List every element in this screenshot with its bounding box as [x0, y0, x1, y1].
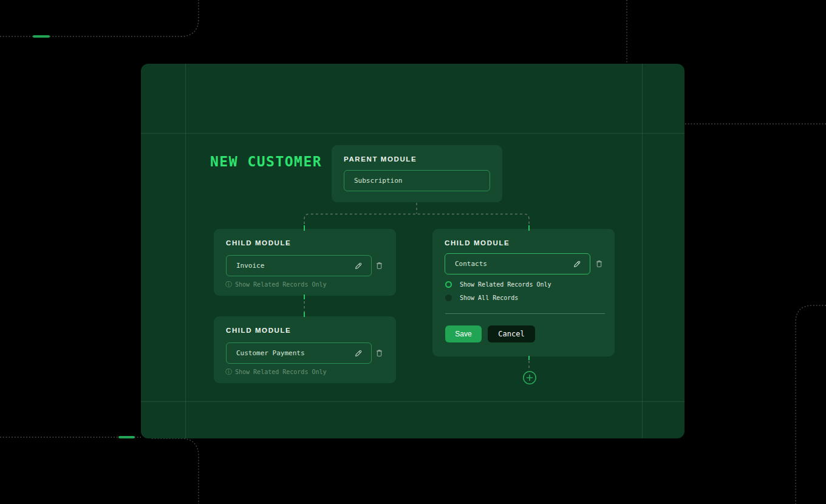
panel-grid-line	[141, 133, 684, 134]
editor-divider	[445, 313, 605, 314]
child-module-heading: CHILD MODULE	[226, 327, 291, 334]
child-module-heading: CHILD MODULE	[226, 239, 291, 247]
record-filter-note: ⓘ Show Related Records Only	[225, 369, 327, 375]
trash-icon[interactable]	[374, 347, 384, 358]
edit-icon[interactable]	[353, 261, 364, 271]
child-module-heading: CHILD MODULE	[445, 239, 510, 247]
record-filter-note: ⓘ Show Related Records Only	[225, 281, 327, 288]
record-filter-note-text: Show Related Records Only	[235, 369, 327, 375]
parent-module-heading: PARENT MODULE	[344, 155, 417, 163]
edit-icon[interactable]	[353, 348, 364, 359]
child-module-value: Customer Payments	[236, 349, 353, 357]
radio-selected-icon	[445, 281, 452, 288]
report-builder-panel: NEW CUSTOMER REPORT PARENT MODULE Subscr…	[141, 64, 684, 438]
child-module-card-customer-payments: CHILD MODULE Customer Payments ⓘ Show Re…	[214, 316, 396, 383]
trash-icon[interactable]	[593, 258, 604, 269]
cancel-button[interactable]: Cancel	[488, 325, 535, 342]
child-module-editor-card: CHILD MODULE Contacts Show Related Recor…	[432, 229, 615, 356]
child-module-input-active[interactable]: Contacts	[445, 253, 590, 274]
info-icon: ⓘ	[225, 281, 232, 288]
parent-module-input[interactable]: Subscription	[344, 170, 490, 191]
panel-grid-line	[185, 64, 186, 438]
child-module-input[interactable]: Customer Payments	[226, 342, 372, 364]
radio-show-all-records[interactable]: Show All Records	[445, 295, 518, 301]
panel-grid-line	[642, 64, 643, 438]
child-module-input[interactable]: Invoice	[226, 255, 372, 276]
radio-show-related-records-only[interactable]: Show Related Records Only	[445, 281, 551, 288]
child-module-value: Invoice	[236, 262, 353, 270]
radio-unselected-icon	[445, 295, 452, 301]
record-filter-note-text: Show Related Records Only	[235, 281, 327, 288]
panel-grid-line	[141, 401, 684, 402]
info-icon: ⓘ	[225, 369, 232, 375]
child-module-value: Contacts	[455, 260, 572, 268]
edit-icon[interactable]	[572, 259, 582, 270]
parent-module-value: Subscription	[354, 177, 482, 185]
trash-icon[interactable]	[374, 260, 384, 271]
child-module-card-invoice: CHILD MODULE Invoice ⓘ Show Related Reco…	[214, 229, 396, 296]
save-button[interactable]: Save	[445, 325, 482, 342]
parent-module-card: PARENT MODULE Subscription	[332, 145, 502, 202]
add-child-module-button[interactable]	[522, 370, 537, 385]
